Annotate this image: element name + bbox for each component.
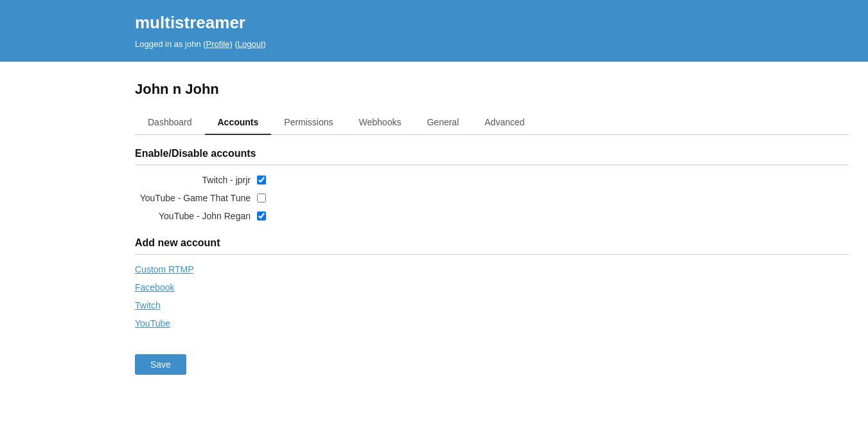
account-label-youtube-gtt: YouTube - Game That Tune <box>135 193 251 203</box>
add-twitch-link[interactable]: Twitch <box>135 300 849 310</box>
enable-disable-title: Enable/Disable accounts <box>135 148 849 165</box>
closing-paren: ) <box>263 39 266 49</box>
add-facebook-link[interactable]: Facebook <box>135 282 849 292</box>
add-account-title: Add new account <box>135 237 849 255</box>
save-button[interactable]: Save <box>135 354 186 375</box>
tab-general[interactable]: General <box>414 111 472 135</box>
app-title: multistreamer <box>135 13 849 33</box>
add-account-section: Add new account Custom RTMP Facebook Twi… <box>135 237 849 328</box>
logout-separator: ) ( <box>229 39 237 49</box>
page-title: John n John <box>135 81 849 98</box>
add-custom-rtmp-link[interactable]: Custom RTMP <box>135 264 849 274</box>
profile-link[interactable]: Profile <box>206 39 230 49</box>
header-subtitle: Logged in as john (Profile) (Logout) <box>135 39 849 49</box>
table-row: YouTube - John Regan <box>135 211 849 221</box>
save-section: Save <box>135 354 849 394</box>
table-row: YouTube - Game That Tune <box>135 193 849 203</box>
account-checkbox-youtube-jr[interactable] <box>257 212 266 221</box>
tab-webhooks[interactable]: Webhooks <box>346 111 414 135</box>
account-label-youtube-jr: YouTube - John Regan <box>135 211 251 221</box>
tab-accounts[interactable]: Accounts <box>205 111 272 135</box>
logged-in-text: Logged in as john ( <box>135 39 206 49</box>
account-checkbox-youtube-gtt[interactable] <box>257 194 266 203</box>
account-label-twitch-jprjr: Twitch - jprjr <box>135 175 251 185</box>
enable-disable-section: Enable/Disable accounts Twitch - jprjr Y… <box>135 148 849 221</box>
logout-link[interactable]: Logout <box>238 39 263 49</box>
header: multistreamer Logged in as john (Profile… <box>0 0 868 62</box>
tab-bar: Dashboard Accounts Permissions Webhooks … <box>135 111 849 135</box>
main-content: John n John Dashboard Accounts Permissio… <box>0 62 868 407</box>
tab-dashboard[interactable]: Dashboard <box>135 111 205 135</box>
tab-permissions[interactable]: Permissions <box>271 111 346 135</box>
tab-advanced[interactable]: Advanced <box>472 111 537 135</box>
account-checkbox-twitch-jprjr[interactable] <box>257 176 266 184</box>
add-youtube-link[interactable]: YouTube <box>135 318 849 328</box>
add-links-list: Custom RTMP Facebook Twitch YouTube <box>135 264 849 328</box>
table-row: Twitch - jprjr <box>135 175 849 185</box>
